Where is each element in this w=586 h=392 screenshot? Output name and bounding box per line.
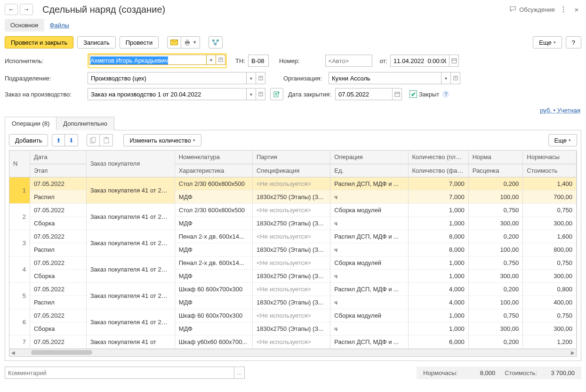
col-stage[interactable]: Этап <box>30 164 86 177</box>
structure-button[interactable] <box>209 36 223 48</box>
dept-input[interactable] <box>88 72 247 84</box>
cell-characteristic: МДФ <box>175 216 252 230</box>
cell-batch: <Не используется> <box>252 203 330 216</box>
cell-operation: Распил ДСП, МДФ и ... <box>330 230 408 243</box>
arrow-up-icon: ⬆ <box>56 137 61 144</box>
paste-row-button[interactable] <box>100 134 113 146</box>
cell-norm: 0,750 <box>468 203 523 216</box>
executor-label: Исполнитель: <box>5 57 85 64</box>
order-input[interactable] <box>88 88 247 100</box>
tab-main[interactable]: Основное <box>5 19 44 32</box>
help-button[interactable]: ? <box>566 36 581 48</box>
svg-rect-7 <box>212 40 215 41</box>
calendar-icon <box>394 91 400 97</box>
table-row[interactable]: 507.05.2022Заказ покупателя 41 от 20.04.… <box>9 282 577 296</box>
close-icon: × <box>575 6 579 14</box>
col-qty-plan[interactable]: Количество (план) <box>408 151 468 164</box>
org-input[interactable] <box>329 72 442 84</box>
order-open-button[interactable] <box>256 88 265 100</box>
col-date[interactable]: Дата <box>30 151 86 164</box>
dept-open-button[interactable] <box>256 72 265 84</box>
col-norm[interactable]: Норма <box>468 151 523 164</box>
org-open-button[interactable] <box>451 72 460 84</box>
org-dropdown-button[interactable]: ▾ <box>442 72 451 84</box>
post-button[interactable]: Провести <box>120 36 159 48</box>
nav-back-button[interactable]: ← <box>5 4 18 15</box>
more-button-top[interactable]: Еще ▾ <box>533 36 562 48</box>
cell-unit: ч <box>330 322 408 335</box>
col-cost[interactable]: Стоимость <box>523 164 577 177</box>
currency-link[interactable]: руб. • Учетная <box>540 107 580 114</box>
dept-dropdown-button[interactable]: ▾ <box>247 72 256 84</box>
post-and-close-button[interactable]: Провести и закрыть <box>5 36 73 48</box>
table-row[interactable]: 107.05.2022Заказ покупателя 41 от 20.04.… <box>9 177 577 190</box>
move-up-button[interactable]: ⬆ <box>52 134 65 146</box>
email-button[interactable] <box>167 36 181 48</box>
tab-files[interactable]: Файлы <box>44 19 75 32</box>
col-customer-order[interactable]: Заказ покупателя <box>86 151 175 177</box>
col-specification[interactable]: Спецификация <box>252 164 330 177</box>
closed-help-button[interactable]: ? <box>442 90 450 98</box>
org-label: Организация: <box>283 75 326 82</box>
cell-qty-fact: 7,000 <box>408 190 468 203</box>
cell-date: 07.05.2022 <box>30 203 86 216</box>
copy-row-button[interactable] <box>87 134 100 146</box>
col-operation[interactable]: Операция <box>330 151 408 164</box>
scroll-right-icon[interactable]: ▶ <box>569 350 577 355</box>
col-n[interactable]: N <box>9 151 30 177</box>
table-row[interactable]: 607.05.2022Заказ покупателя 41 от 20.04.… <box>9 309 577 322</box>
col-unit[interactable]: Ед. <box>330 164 408 177</box>
fill-from-order-button[interactable] <box>270 88 283 100</box>
discussion-button[interactable]: Обсуждение <box>510 5 555 14</box>
cell-date: 07.05.2022 <box>30 177 86 190</box>
col-characteristic[interactable]: Характеристика <box>175 164 252 177</box>
date-picker-button[interactable] <box>450 55 459 67</box>
col-rate[interactable]: Расценка <box>468 164 523 177</box>
closed-checkbox[interactable]: ✔ <box>409 90 417 98</box>
executor-open-button[interactable] <box>216 55 225 65</box>
print-button[interactable]: ▼ <box>181 36 200 48</box>
tab-operations[interactable]: Операции (8) <box>5 117 56 130</box>
order-dropdown-button[interactable]: ▾ <box>247 88 256 100</box>
scroll-thumb[interactable] <box>31 350 92 355</box>
table-row[interactable]: 307.05.2022Заказ покупателя 41 от 20.04.… <box>9 230 577 243</box>
tn-input[interactable] <box>248 55 269 67</box>
cell-qty-fact: 1,000 <box>408 216 468 230</box>
close-date-input[interactable] <box>335 88 393 100</box>
close-date-picker-button[interactable] <box>393 88 402 100</box>
col-batch[interactable]: Партия <box>252 151 330 164</box>
cell-characteristic: МДФ <box>175 243 252 256</box>
number-input[interactable] <box>325 55 372 67</box>
kebab-menu-button[interactable] <box>559 5 568 14</box>
cost-total-label: Стоимость: <box>505 369 537 376</box>
close-button[interactable]: × <box>572 5 581 14</box>
table-row[interactable]: 207.05.2022Заказ покупателя 41 от 20.04.… <box>9 203 577 216</box>
cell-cost: 300,00 <box>523 322 577 335</box>
col-nomenclature[interactable]: Номенклатура <box>175 151 252 164</box>
closed-label: Закрыт <box>419 91 439 98</box>
col-norm-hours[interactable]: Нормочасы <box>523 151 577 164</box>
date-input[interactable] <box>390 55 450 67</box>
more-button-table[interactable]: Еще ▾ <box>548 134 577 146</box>
col-qty-fact[interactable]: Количество (факт) <box>408 164 468 177</box>
horizontal-scrollbar[interactable]: ◀ ▶ <box>9 349 577 356</box>
executor-dropdown-button[interactable]: ▾ <box>207 55 216 65</box>
operations-grid[interactable]: N Дата Заказ покупателя Номенклатура Пар… <box>9 150 577 357</box>
cell-nomenclature: Шкаф у60х60 600х700... <box>175 335 252 348</box>
print-icon <box>184 39 191 46</box>
write-button[interactable]: Записать <box>77 36 116 48</box>
cell-order: Заказ покупателя 41 от 20.04.2020 <box>86 230 175 256</box>
nav-forward-button[interactable]: → <box>20 4 33 15</box>
comment-expand-button[interactable]: … <box>234 367 245 379</box>
scroll-left-icon[interactable]: ◀ <box>9 350 17 355</box>
table-row[interactable]: 407.05.2022Заказ покупателя 41 от 20.04.… <box>9 256 577 269</box>
open-icon <box>258 76 263 80</box>
change-qty-button[interactable]: Изменить количество ▾ <box>123 134 201 146</box>
table-row[interactable]: 707.05.2022Заказ покупателя 41 отШкаф у6… <box>9 335 577 348</box>
add-row-button[interactable]: Добавить <box>9 134 48 146</box>
tab-additional[interactable]: Дополнительно <box>56 117 114 130</box>
executor-input[interactable]: Ахметов Игорь Аркадьевич <box>89 55 207 65</box>
cell-rate: 300,00 <box>468 269 523 282</box>
comment-input[interactable] <box>5 367 234 379</box>
move-down-button[interactable]: ⬇ <box>65 134 78 146</box>
